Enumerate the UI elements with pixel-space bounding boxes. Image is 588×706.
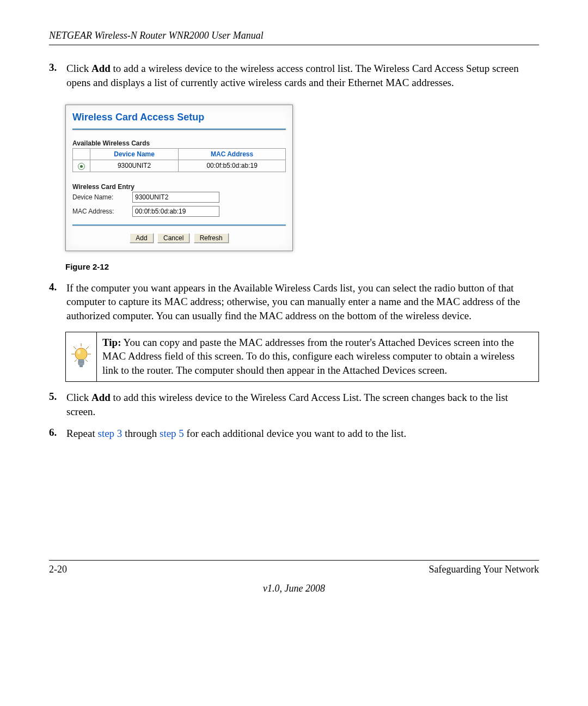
tip-text: You can copy and paste the MAC addresses… <box>102 337 514 376</box>
col-mac-address: MAC Address <box>179 149 286 160</box>
panel-title: Wireless Card Access Setup <box>72 112 286 129</box>
panel-divider-bottom <box>72 224 286 226</box>
step-5-link[interactable]: step 5 <box>160 428 184 439</box>
step-5-post: to add this wireless device to the Wirel… <box>66 392 508 417</box>
step-6-b: through <box>122 428 160 439</box>
svg-point-8 <box>77 350 81 354</box>
svg-rect-9 <box>78 360 84 365</box>
radio-selected-icon[interactable] <box>78 163 85 170</box>
footer-section: Safeguarding Your Network <box>429 564 539 575</box>
step-4-text: If the computer you want appears in the … <box>66 281 539 323</box>
svg-line-6 <box>85 360 88 362</box>
step-6-number: 6. <box>49 427 66 441</box>
card-entry-heading: Wireless Card Entry <box>72 183 286 191</box>
tip-label: Tip: <box>102 337 121 348</box>
tip-callout: Tip: You can copy and paste the MAC addr… <box>65 332 539 382</box>
device-name-label: Device Name: <box>72 193 132 201</box>
step-5-add: Add <box>91 392 111 403</box>
step-4-number: 4. <box>49 281 66 323</box>
step-3-post: to add a wireless device to the wireless… <box>66 63 519 88</box>
page-header: NETGEAR Wireless-N Router WNR2000 User M… <box>49 30 539 45</box>
refresh-button[interactable]: Refresh <box>194 233 229 243</box>
svg-line-1 <box>74 346 76 349</box>
table-row[interactable]: 9300UNIT2 00:0f:b5:0d:ab:19 <box>73 160 286 172</box>
lightbulb-icon <box>69 342 93 372</box>
available-cards-heading: Available Wireless Cards <box>72 139 286 147</box>
footer-page-number: 2-20 <box>49 564 67 575</box>
page-footer: 2-20 Safeguarding Your Network <box>49 560 539 575</box>
cancel-button[interactable]: Cancel <box>157 233 189 243</box>
step-5-number: 5. <box>49 391 66 418</box>
mac-address-input[interactable] <box>132 206 219 217</box>
cell-mac-address: 00:0f:b5:0d:ab:19 <box>179 160 286 172</box>
col-radio <box>73 149 90 160</box>
svg-rect-12 <box>79 365 83 367</box>
wireless-card-access-panel: Wireless Card Access Setup Available Wir… <box>65 105 293 251</box>
step-5-text: Click Add to add this wireless device to… <box>66 391 539 418</box>
step-6-text: Repeat step 3 through step 5 for each ad… <box>66 427 539 441</box>
device-name-input[interactable] <box>132 192 219 203</box>
step-6-a: Repeat <box>66 428 98 439</box>
available-cards-table: Device Name MAC Address 9300UNIT2 00:0f:… <box>72 148 286 172</box>
step-6-c: for each additional device you want to a… <box>184 428 406 439</box>
step-3-number: 3. <box>49 62 66 89</box>
add-button[interactable]: Add <box>130 233 153 243</box>
col-device-name: Device Name <box>90 149 179 160</box>
svg-point-7 <box>75 348 87 360</box>
svg-line-5 <box>75 360 77 362</box>
mac-address-label: MAC Address: <box>72 208 132 215</box>
step-3-pre: Click <box>66 63 91 74</box>
figure-caption: Figure 2-12 <box>65 262 539 271</box>
footer-version: v1.0, June 2008 <box>49 583 539 594</box>
svg-line-2 <box>86 346 89 349</box>
cell-device-name: 9300UNIT2 <box>90 160 179 172</box>
step-3-text: Click Add to add a wireless device to th… <box>66 62 539 89</box>
step-5-pre: Click <box>66 392 91 403</box>
panel-divider <box>72 129 286 130</box>
step-3-add: Add <box>91 63 111 74</box>
step-3-link[interactable]: step 3 <box>98 428 122 439</box>
